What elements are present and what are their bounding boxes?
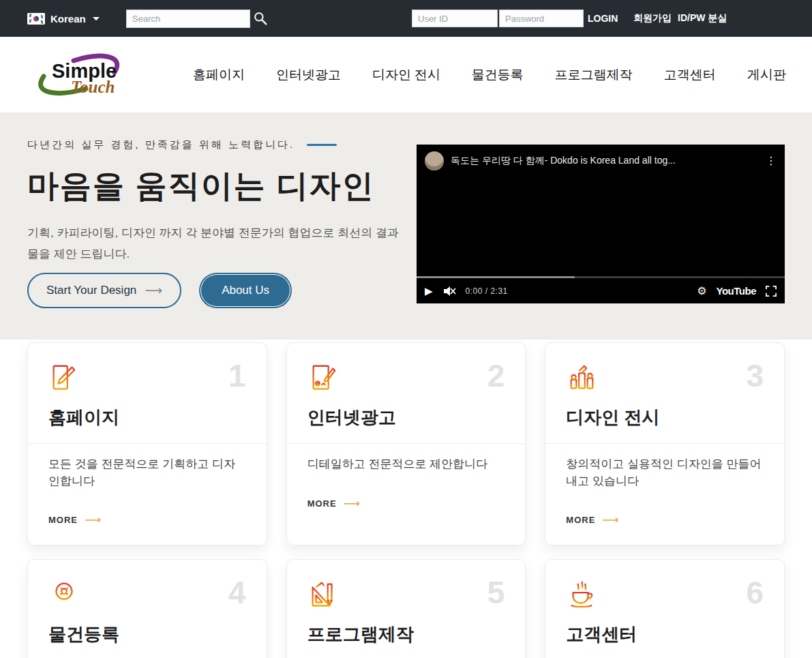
youtube-video-player[interactable]: 독도는 우리땅 다 함께- Dokdo is Korea Land all to… <box>417 145 785 303</box>
nav-item-homepage[interactable]: 홈페이지 <box>193 66 245 84</box>
muted-speaker-icon[interactable] <box>442 286 456 297</box>
card-title: 프로그램제작 <box>287 610 526 658</box>
signup-link[interactable]: 회원가입 <box>633 0 672 37</box>
youtube-logo[interactable]: YouTube <box>717 285 756 297</box>
video-controls: ▶ 0:00 / 2:31 ⚙ YouTube <box>417 276 785 303</box>
video-more-options-icon[interactable]: ⋮ <box>766 154 777 167</box>
nav-item-design-showcase[interactable]: 디자인 전시 <box>372 66 440 84</box>
arrow-right-icon: ⟶ <box>85 513 102 527</box>
notebook-pencil-icon <box>48 362 80 393</box>
hero-section: 다년간의 실무 경험, 만족감을 위해 노력합니다. 마음을 움직이는 디자인 … <box>0 113 812 340</box>
start-your-design-button[interactable]: Start Your Design ⟶ <box>27 273 181 308</box>
chevron-down-icon <box>93 17 100 20</box>
arrow-right-icon: ⟶ <box>344 496 361 511</box>
card-design-showcase[interactable]: 3 디자인 전시 창의적이고 실용적인 디자인을 만들어내고 있습니다 MORE… <box>545 342 785 545</box>
userid-field[interactable] <box>412 10 498 27</box>
card-internet-ads[interactable]: 2 인터넷광고 디테일하고 전문적으로 제안합니다 MORE ⟶ <box>286 342 526 545</box>
video-title[interactable]: 독도는 우리땅 다 함께- Dokdo is Korea Land all to… <box>451 155 759 167</box>
video-title-bar: 독도는 우리땅 다 함께- Dokdo is Korea Land all to… <box>417 145 785 187</box>
nav-item-item-register[interactable]: 물건등록 <box>472 66 524 84</box>
card-description: 창의적이고 실용적인 디자인을 만들어내고 있습니다 <box>545 444 784 490</box>
card-number: 4 <box>228 579 246 607</box>
fullscreen-icon[interactable] <box>766 286 777 297</box>
card-item-register[interactable]: 4 물건등록 상품등록을 한번에 정확하고 편리하게! MORE ⟶ <box>27 559 267 658</box>
hero-tagline: 다년간의 실무 경험, 만족감을 위해 노력합니다. <box>27 138 295 151</box>
card-customer-center[interactable]: 6 고객센터 SimpleTouch Design이 만든 디자인을 경험해보세… <box>545 559 785 658</box>
korean-flag-icon <box>27 13 45 25</box>
simpletouch-logo[interactable]: Simple Touch <box>29 52 131 98</box>
more-link[interactable]: MORE ⟶ <box>307 496 361 511</box>
service-cards-grid: 1 홈페이지 모든 것을 전문적으로 기획하고 디자인합니다 MORE ⟶ <box>0 340 812 658</box>
more-label: MORE <box>48 515 78 525</box>
top-utility-bar: Korean LOGIN 회원가입 ID/PW 분실 <box>0 0 812 37</box>
video-time: 0:00 / 2:31 <box>466 286 508 296</box>
more-label: MORE <box>566 515 595 525</box>
language-label: Korean <box>50 13 86 25</box>
more-link[interactable]: MORE ⟶ <box>48 513 102 527</box>
card-number: 6 <box>746 579 764 607</box>
card-number: 5 <box>487 579 505 607</box>
set-square-pencils-icon <box>307 579 339 610</box>
site-header: Simple Touch 홈페이지 인터넷광고 디자인 전시 물건등록 프로그램… <box>0 37 812 113</box>
nav-item-board[interactable]: 게시판 <box>747 66 786 84</box>
card-program-dev[interactable]: 5 프로그램제작 최적화된 디자인과 기획, 원하는 모든 것을 담고 있습니다… <box>286 559 526 658</box>
search-icon[interactable] <box>252 10 269 28</box>
card-title: 물건등록 <box>28 610 267 658</box>
card-title: 홈페이지 <box>28 393 267 443</box>
nav-item-customer-center[interactable]: 고객센터 <box>664 66 716 84</box>
card-description: 모든 것을 전문적으로 기획하고 디자인합니다 <box>28 444 267 490</box>
play-button-icon[interactable]: ▶ <box>425 285 433 297</box>
card-title: 디자인 전시 <box>545 393 784 443</box>
hero-description: 기획, 카피라이팅, 디자인 까지 각 분야별 전문가의 협업으로 최선의 결과… <box>27 222 399 265</box>
coffee-cup-icon <box>566 579 597 610</box>
nav-item-program-dev[interactable]: 프로그램제작 <box>555 66 633 84</box>
login-button[interactable]: LOGIN <box>588 0 618 37</box>
document-pen-icon <box>307 362 339 393</box>
password-field[interactable] <box>499 10 584 27</box>
nav-item-internet-ads[interactable]: 인터넷광고 <box>276 66 341 84</box>
find-idpw-link[interactable]: ID/PW 분실 <box>678 0 727 37</box>
card-homepage[interactable]: 1 홈페이지 모든 것을 전문적으로 기획하고 디자인합니다 MORE ⟶ <box>27 342 267 545</box>
lightbulb-gear-icon <box>48 579 80 610</box>
search-box <box>126 10 250 28</box>
tagline-dash <box>307 144 337 146</box>
card-number: 1 <box>228 362 246 390</box>
svg-text:Touch: Touch <box>71 78 115 96</box>
card-description: 디테일하고 전문적으로 제안합니다 <box>287 444 526 473</box>
search-input[interactable] <box>127 10 250 27</box>
start-your-design-label: Start Your Design <box>46 284 136 297</box>
card-number: 3 <box>746 362 764 390</box>
more-label: MORE <box>307 498 337 509</box>
card-number: 2 <box>487 362 505 390</box>
language-selector[interactable]: Korean <box>27 0 100 37</box>
settings-gear-icon[interactable]: ⚙ <box>697 284 706 297</box>
more-link[interactable]: MORE ⟶ <box>566 513 619 527</box>
main-nav: 홈페이지 인터넷광고 디자인 전시 물건등록 프로그램제작 고객센터 게시판 <box>193 37 786 113</box>
card-title: 인터넷광고 <box>287 393 526 443</box>
card-title: 고객센터 <box>545 610 784 658</box>
raised-hands-pencil-icon <box>566 362 597 393</box>
channel-avatar[interactable] <box>425 151 444 170</box>
about-us-button[interactable]: About Us <box>200 274 290 307</box>
arrow-right-icon: ⟶ <box>145 283 162 298</box>
arrow-right-icon: ⟶ <box>602 513 619 527</box>
